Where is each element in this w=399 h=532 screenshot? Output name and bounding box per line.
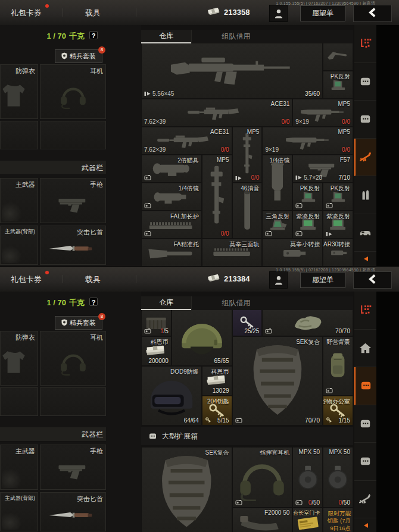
inventory-cell-item[interactable]: MPX 500/50 <box>293 447 322 507</box>
sidebar-item-pouch[interactable] <box>354 101 376 139</box>
sidebar-item-pouch[interactable] <box>354 367 376 405</box>
inventory-cell-item[interactable]: SEK复合70/70 <box>233 337 323 425</box>
weapon-bar-header: 武器栏 <box>0 161 106 175</box>
inventory-cell-item[interactable]: PK反射 <box>293 183 322 210</box>
inventory-cell[interactable]: 5.56×4535/60 <box>142 43 322 98</box>
slot-knife[interactable]: 突击匕首 <box>40 492 106 531</box>
sidebar-item-pouch[interactable] <box>354 443 376 481</box>
slot-empty[interactable] <box>0 121 38 149</box>
sidebar-item-rifle[interactable] <box>354 139 376 177</box>
inventory-cell-item[interactable]: 2倍瞄具 <box>142 155 201 182</box>
slot-empty[interactable] <box>40 121 106 149</box>
wishlist-button[interactable]: 愿望单 <box>300 272 345 288</box>
inventory-cell-item[interactable]: PK反射 <box>323 71 353 98</box>
back-button[interactable] <box>353 271 392 289</box>
top-bar: 1.0.155.155(5) | 07162208 | 12309564590 … <box>0 267 399 292</box>
inventory-cell-item[interactable]: MPX 500/50 <box>323 447 353 507</box>
slot-empty[interactable] <box>40 387 106 416</box>
inventory-cell-item[interactable]: AR30转接 <box>323 239 353 266</box>
inventory-cell[interactable]: 65/65 <box>172 310 232 365</box>
slot-empty[interactable] <box>0 387 38 416</box>
elite-set-button[interactable]: 精兵套装 8 <box>55 49 102 63</box>
inventory-cell-item[interactable]: 谷物办公室1/15 <box>323 396 353 425</box>
wishlist-button[interactable]: 愿望单 <box>300 5 345 21</box>
count-label: 0/0 <box>221 230 229 237</box>
sidebar-item-home[interactable] <box>354 330 376 368</box>
inventory-cell-item[interactable]: 莫辛三面轨 <box>202 239 262 266</box>
back-button[interactable] <box>353 5 392 22</box>
slot-primary-weapon[interactable]: 主武器 <box>0 445 38 490</box>
tab-team-borrow[interactable]: 组队借用 <box>191 296 280 310</box>
inventory-cell[interactable]: 70/70 <box>263 310 353 336</box>
inventory-cell-item[interactable]: MP59×190/0 <box>293 99 353 126</box>
slot-headset[interactable]: 耳机 <box>40 331 106 386</box>
count-label: 0/0 <box>281 118 289 125</box>
inventory-cell-item[interactable]: 三角反射 <box>263 211 292 238</box>
slot-body-armor[interactable]: 防弹衣 <box>0 331 38 386</box>
collapse-arrow-icon[interactable] <box>354 252 376 266</box>
inventory-cell-item[interactable]: MP50/0 <box>202 155 232 238</box>
inventory-cell-item[interactable]: F2000 50 <box>233 508 292 532</box>
top-bar: 1.0.155.155(5) | 07162207 | 12309564590 … <box>0 0 399 25</box>
help-button[interactable]: ? <box>89 298 98 306</box>
screenshot-bottom: 1.0.155.155(5) | 07162208 | 12309564590 … <box>0 266 399 532</box>
slot-knife[interactable]: 突击匕首 <box>40 226 106 265</box>
slot-pistol[interactable]: 手枪 <box>40 445 106 490</box>
inventory-cell[interactable]: 25/25 <box>233 310 262 336</box>
inventory-cell[interactable]: 1/5 <box>142 310 171 336</box>
sidebar-item-sort[interactable] <box>354 292 376 330</box>
inventory-cell-item[interactable]: ACE317.62×390/0 <box>142 127 232 154</box>
slot-headset[interactable]: 耳机 <box>40 64 106 119</box>
inventory-cell-item[interactable]: 紫凌反射 <box>293 211 322 238</box>
sidebar-item-vehicle[interactable] <box>354 214 376 252</box>
inventory-cell-item[interactable]: 莫辛小转接 <box>263 239 322 266</box>
inventory-cell[interactable] <box>323 43 353 70</box>
slot-primary-weapon[interactable]: 主武器 <box>0 178 38 223</box>
inventory-tabs: 仓库 组队借用 <box>141 296 353 310</box>
tab-team-borrow[interactable]: 组队借用 <box>191 30 280 43</box>
sidebar-item-pouch[interactable] <box>354 63 376 101</box>
merchant-button[interactable] <box>269 271 288 289</box>
inventory-cell-item[interactable]: MP50/0 <box>233 127 262 182</box>
merchant-button[interactable] <box>269 5 288 22</box>
tab-vehicle[interactable]: 载具 <box>85 274 101 285</box>
tab-warehouse[interactable]: 仓库 <box>141 296 191 310</box>
help-button[interactable]: ? <box>89 31 98 39</box>
faint-item <box>2 202 22 221</box>
inventory-cell-item[interactable]: FAL加长护 <box>142 211 201 238</box>
tab-vehicle[interactable]: 载具 <box>85 8 101 18</box>
inventory-cell-item[interactable]: 1/4倍镜 <box>142 183 201 210</box>
inventory-cell-item[interactable]: 204钥匙5/15 <box>202 396 232 425</box>
inventory-cell-item[interactable]: 46消音 <box>233 183 262 238</box>
sidebar-item-rifle[interactable] <box>354 481 376 519</box>
collapse-arrow-icon[interactable] <box>354 518 376 532</box>
inventory-cell-item[interactable]: 科恩币13029 <box>202 367 232 395</box>
tab-gift-coupons[interactable]: 礼包卡券 <box>11 274 42 285</box>
inventory-cell-item[interactable]: 科恩币200000 <box>142 337 171 365</box>
inventory-cell-item[interactable]: SEK复合 <box>142 447 232 532</box>
attachment-icon <box>235 499 242 505</box>
inventory-cell-item[interactable]: 紫凌反射 <box>323 211 353 238</box>
inventory-cell-item[interactable]: FA精准托 <box>142 239 201 266</box>
inventory-cell-item[interactable]: MP59×190/0 <box>263 127 353 154</box>
inventory-cell-item[interactable]: F575.7×287/10 <box>293 155 353 182</box>
inventory-cell-item[interactable]: 台长室门卡 <box>293 508 322 532</box>
inventory-cell-item[interactable]: 指挥官耳机 <box>233 447 292 507</box>
tab-warehouse[interactable]: 仓库 <box>141 30 191 43</box>
slot-primary-back[interactable]: 主武器(背部) <box>0 226 38 265</box>
sidebar-item-pouch[interactable] <box>354 405 376 443</box>
attachment-icon <box>265 230 272 236</box>
sidebar-item-ammo[interactable] <box>354 176 376 214</box>
elite-set-button[interactable]: 精兵套装 8 <box>55 316 102 330</box>
sidebar-item-sort[interactable] <box>354 25 376 63</box>
inventory-cell-item[interactable]: 野营背囊 <box>323 337 353 395</box>
slot-primary-back[interactable]: 主武器(背部) <box>0 492 38 531</box>
inventory-cell-item[interactable]: 1/4倍镜 <box>263 155 292 210</box>
inventory-cell-item[interactable]: DOD9防爆64/64 <box>142 367 201 425</box>
slot-pistol[interactable]: 手枪 <box>40 178 106 223</box>
slot-body-armor[interactable]: 防弹衣 <box>0 64 38 119</box>
inventory-cell-item[interactable]: ACE317.62×390/0 <box>142 99 292 126</box>
inventory-cell-item[interactable]: 限时万能钥匙 (7月9日16点更新 <box>323 508 353 532</box>
inventory-cell-item[interactable]: PK反射 <box>323 183 353 210</box>
tab-gift-coupons[interactable]: 礼包卡券 <box>11 8 42 18</box>
